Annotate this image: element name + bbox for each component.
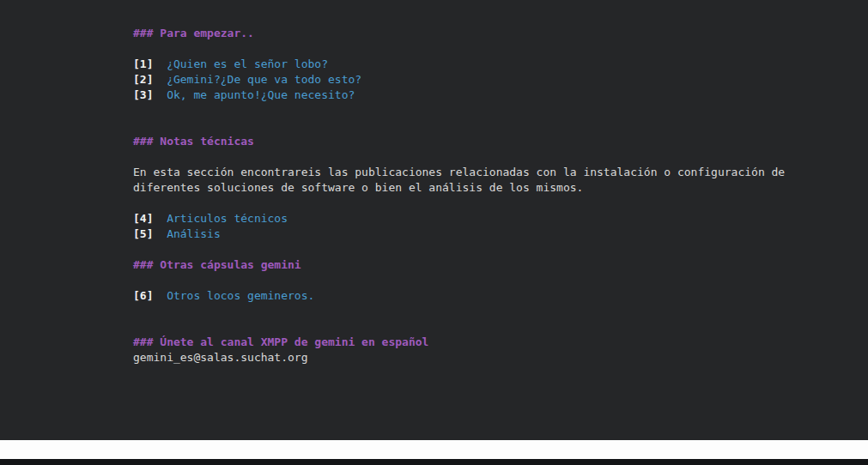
gemtext-page: ### Para empezar.. [1] ¿Quien es el seño… <box>0 0 868 440</box>
gemtext-link-line[interactable]: [2] ¿Gemini?¿De que va todo esto? <box>133 72 785 88</box>
gemtext-link-line[interactable]: [6] Otros locos gemineros. <box>133 288 785 304</box>
blank-line <box>133 41 785 57</box>
gemtext-link[interactable]: Análisis <box>167 227 221 240</box>
gemtext-heading: ### Notas técnicas <box>133 134 785 149</box>
gemtext-link-line[interactable]: [3] Ok, me apunto!¿Que necesito? <box>133 88 785 103</box>
gemtext-heading: ### Únete al canal XMPP de gemini en esp… <box>133 335 785 350</box>
gemtext-link-line[interactable]: [5] Análisis <box>133 226 785 242</box>
url-bar[interactable]: gemini://srlobo.gorritodeplata.xyz/ <box>0 440 868 459</box>
terminal-window: { "colors": { "background": "#252628", "… <box>0 0 868 465</box>
gemtext-text: diferentes soluciones de software o bien… <box>133 180 785 196</box>
gemtext-link-line[interactable]: [1] ¿Quien es el señor lobo? <box>133 57 785 72</box>
blank-line <box>133 242 785 257</box>
gemtext-heading: ### Para empezar.. <box>133 26 785 41</box>
bottom-strip <box>0 459 868 465</box>
blank-line <box>133 103 785 118</box>
blank-line <box>133 196 785 211</box>
link-number: [1] <box>133 57 153 70</box>
gemtext-link[interactable]: Ok, me apunto!¿Que necesito? <box>167 88 355 101</box>
link-spacer <box>153 227 167 240</box>
page-content: ### Para empezar.. [1] ¿Quien es el seño… <box>133 26 785 365</box>
blank-line <box>133 273 785 288</box>
link-spacer <box>153 289 167 302</box>
gemtext-heading: ### Otras cápsulas gemini <box>133 257 785 273</box>
link-number: [2] <box>133 73 153 86</box>
link-number: [4] <box>133 212 153 225</box>
gemtext-text: En esta sección encontrareis las publica… <box>133 165 785 180</box>
gemtext-link-line[interactable]: [4] Articulos técnicos <box>133 211 785 226</box>
gemtext-link[interactable]: Articulos técnicos <box>167 212 288 225</box>
link-spacer <box>153 212 167 225</box>
blank-line <box>133 319 785 335</box>
gemtext-link[interactable]: ¿Gemini?¿De que va todo esto? <box>167 73 361 86</box>
link-number: [3] <box>133 88 153 101</box>
gemtext-text: gemini_es@salas.suchat.org <box>133 350 785 365</box>
blank-line <box>133 149 785 165</box>
link-number: [5] <box>133 227 153 240</box>
link-spacer <box>153 73 167 86</box>
link-spacer <box>153 57 167 70</box>
gemtext-link[interactable]: Otros locos gemineros. <box>167 289 314 302</box>
blank-line <box>133 304 785 319</box>
gemtext-link[interactable]: ¿Quien es el señor lobo? <box>167 57 328 70</box>
link-number: [6] <box>133 289 153 302</box>
link-spacer <box>153 88 167 101</box>
blank-line <box>133 118 785 134</box>
